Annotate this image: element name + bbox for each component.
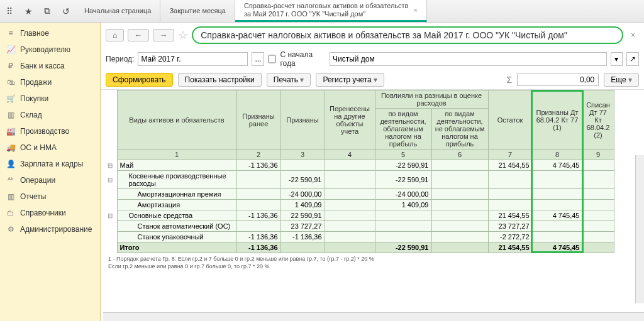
sidebar: ≡Главное📈Руководителю₽Банк и касса🛍Прода… <box>0 23 101 321</box>
tab[interactable]: Справка-расчет налоговых активов и обяза… <box>235 0 427 22</box>
table-row[interactable]: ⊟Косвенные производственные расходы-22 5… <box>103 171 614 189</box>
page-title: Справка-расчет налоговых активов и обяза… <box>192 26 623 44</box>
tree-toggle[interactable] <box>103 189 117 200</box>
tab[interactable]: Закрытие месяца <box>160 0 235 22</box>
tree-toggle[interactable] <box>103 232 117 242</box>
sidebar-item[interactable]: 🛒Покупки <box>0 90 100 107</box>
tree-toggle[interactable]: ⊟ <box>103 160 117 171</box>
content-area: ⌂ ← → ☆ Справка-расчет налоговых активов… <box>101 23 644 321</box>
sidebar-item[interactable]: ▥Склад <box>0 107 100 123</box>
sidebar-label: Руководителю <box>20 45 70 54</box>
tree-toggle[interactable]: ⊟ <box>103 171 117 189</box>
row-label: Станок автоматический (ОС) <box>117 221 236 232</box>
total-cell <box>325 242 375 253</box>
organization-input[interactable] <box>330 52 607 66</box>
cell: -22 590,91 <box>375 160 431 171</box>
cell <box>325 200 375 210</box>
sidebar-item[interactable]: ⚙Администрирование <box>0 221 100 237</box>
sidebar-icon: 📈 <box>6 45 15 54</box>
total-cell <box>431 242 488 253</box>
cell: 1 409,09 <box>375 200 431 210</box>
row-label: Амортизационная премия <box>117 189 236 200</box>
tabs-bar: Начальная страницаЗакрытие месяцаСправка… <box>75 0 644 22</box>
cell <box>431 171 488 189</box>
cell <box>582 200 614 210</box>
sidebar-label: Продажи <box>20 78 52 87</box>
sidebar-item[interactable]: 🚚ОС и НМА <box>0 139 100 156</box>
print-button[interactable]: Печать <box>267 73 311 87</box>
cell: 21 454,55 <box>488 210 532 221</box>
org-dropdown-button[interactable]: ▾ <box>611 52 623 66</box>
cell: -22 590,91 <box>375 171 431 189</box>
from-start-label: С начала года <box>280 50 326 68</box>
row-label: Май <box>117 160 236 171</box>
sidebar-icon: 🗀 <box>6 209 15 217</box>
show-settings-button[interactable]: Показать настройки <box>178 73 262 87</box>
cell <box>582 232 614 242</box>
sidebar-item[interactable]: 👤Зарплата и кадры <box>0 156 100 172</box>
cell <box>431 200 488 210</box>
register-button[interactable]: Регистр учета <box>316 73 384 87</box>
sidebar-icon: 🛒 <box>6 94 15 103</box>
tab-close-icon[interactable]: × <box>413 6 417 14</box>
tree-toggle[interactable] <box>103 221 117 232</box>
apps-icon[interactable]: ⠿ <box>0 0 19 22</box>
close-icon[interactable]: × <box>627 31 639 40</box>
sidebar-item[interactable]: ▥Отчеты <box>0 188 100 205</box>
star-icon[interactable]: ★ <box>19 0 38 22</box>
cell <box>325 221 375 232</box>
sidebar-icon: 🏭 <box>6 127 15 136</box>
cell <box>236 171 280 189</box>
cell: 1 409,09 <box>280 200 325 210</box>
copy-icon[interactable]: ⧉ <box>38 0 57 22</box>
cell <box>325 160 375 171</box>
sidebar-label: Отчеты <box>20 192 46 201</box>
table-row[interactable]: ⊟Май-1 136,36-22 590,9121 454,554 745,45 <box>103 160 614 171</box>
vertical-scrollbar[interactable] <box>635 155 644 303</box>
sidebar-item[interactable]: ᴬᵏОперации <box>0 172 100 188</box>
footnote: 1 - Порядок расчета Гр. 8: Если гр.2 и 7… <box>103 253 644 273</box>
table-row[interactable]: Амортизация1 409,091 409,09 <box>103 200 614 210</box>
cell <box>236 200 280 210</box>
cell <box>582 160 614 171</box>
table-row[interactable]: Амортизационная премия-24 000,00-24 000,… <box>103 189 614 200</box>
favorite-star-icon[interactable]: ☆ <box>178 28 188 42</box>
forward-button[interactable]: → <box>153 29 174 41</box>
row-label: Станок упаковочный <box>117 232 236 242</box>
sidebar-icon: 🚚 <box>6 143 15 152</box>
sidebar-item[interactable]: ₽Банк и касса <box>0 58 100 74</box>
table-row[interactable]: ⊟Основные средства-1 136,3622 590,9121 4… <box>103 210 614 221</box>
sidebar-item[interactable]: 📈Руководителю <box>0 41 100 58</box>
org-open-button[interactable]: ↗ <box>626 52 639 66</box>
sidebar-label: Зарплата и кадры <box>20 160 83 168</box>
history-icon[interactable]: ↺ <box>57 0 75 22</box>
cell <box>532 221 582 232</box>
cell <box>532 171 582 189</box>
from-start-checkbox[interactable] <box>268 55 276 63</box>
more-button[interactable]: Еще <box>604 73 639 87</box>
cell: -1 136,36 <box>236 210 280 221</box>
cell <box>431 221 488 232</box>
period-input[interactable] <box>138 52 248 66</box>
cell <box>236 189 280 200</box>
report-grid[interactable]: Виды активов и обязательствПризнаны ране… <box>101 90 644 312</box>
sidebar-item[interactable]: ≡Главное <box>0 25 100 41</box>
sidebar-item[interactable]: 🗀Справочники <box>0 205 100 221</box>
form-button[interactable]: Сформировать <box>106 73 173 87</box>
tree-toggle[interactable] <box>103 200 117 210</box>
table-row[interactable]: Станок упаковочный-1 136,36-1 136,36-2 2… <box>103 232 614 242</box>
cell <box>582 171 614 189</box>
horizontal-scrollbar[interactable] <box>103 312 644 321</box>
back-button[interactable]: ← <box>128 29 149 41</box>
total-cell: -22 590,91 <box>375 242 431 253</box>
table-row[interactable]: Станок автоматический (ОС)23 727,2723 72… <box>103 221 614 232</box>
home-button[interactable]: ⌂ <box>106 29 124 41</box>
tab[interactable]: Начальная страница <box>75 0 160 22</box>
sidebar-icon: ⚙ <box>6 225 15 234</box>
sidebar-label: Склад <box>20 111 42 119</box>
tree-toggle[interactable]: ⊟ <box>103 210 117 221</box>
cell <box>431 189 488 200</box>
period-picker-button[interactable]: ... <box>252 52 264 66</box>
sidebar-item[interactable]: 🛍Продажи <box>0 74 100 90</box>
sidebar-item[interactable]: 🏭Производство <box>0 123 100 139</box>
